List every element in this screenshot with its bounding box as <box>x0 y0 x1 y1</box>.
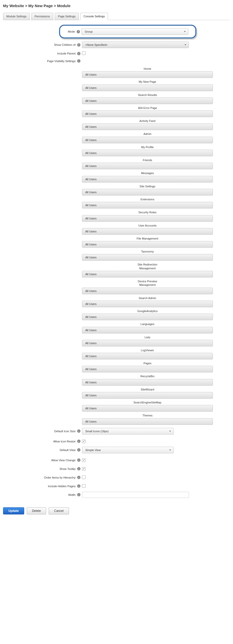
page-visibility-page-name: Security Roles <box>82 211 213 214</box>
page-visibility-dropdown[interactable]: All Users <box>82 137 213 143</box>
default-icon-size-dropdown[interactable]: Small Icons (16px) <box>82 428 174 435</box>
include-hidden-checkbox[interactable] <box>82 484 86 488</box>
update-button[interactable]: Update <box>3 507 24 514</box>
page-visibility-value: All Users <box>85 99 97 102</box>
tab-module-settings[interactable]: Module Settings <box>3 13 30 20</box>
default-view-dropdown[interactable]: Simple View <box>82 447 174 453</box>
page-visibility-dropdown[interactable]: All Users <box>82 405 213 412</box>
page-visibility-item: AdminAll Users <box>82 132 213 143</box>
page-visibility-value: All Users <box>85 86 97 89</box>
info-icon[interactable]: i <box>77 484 80 488</box>
page-visibility-value: All Users <box>85 138 97 142</box>
page-visibility-item: MessagesAll Users <box>82 171 213 182</box>
default-view-label: Default View: <box>60 449 76 452</box>
page-visibility-value: All Users <box>85 191 97 194</box>
page-visibility-value: All Users <box>85 151 97 155</box>
show-children-dropdown[interactable]: <None Specified> <box>82 41 189 48</box>
page-visibility-item: Site SettingsAll Users <box>82 185 213 195</box>
page-visibility-dropdown[interactable]: All Users <box>82 189 213 195</box>
info-icon[interactable]: i <box>77 30 80 33</box>
page-visibility-dropdown[interactable]: All Users <box>82 110 213 117</box>
page-visibility-dropdown[interactable]: All Users <box>82 314 213 320</box>
page-visibility-dropdown[interactable]: All Users <box>82 418 213 425</box>
page-visibility-item: LanguagesAll Users <box>82 322 213 333</box>
page-visibility-item: Activity FeedAll Users <box>82 119 213 130</box>
page-visibility-dropdown[interactable]: All Users <box>82 301 213 307</box>
page-visibility-item: ListsAll Users <box>82 335 213 346</box>
page-visibility-dropdown[interactable]: All Users <box>82 215 213 222</box>
info-icon[interactable]: i <box>77 458 80 462</box>
page-visibility-page-name: Search Admin <box>82 296 213 300</box>
page-visibility-dropdown[interactable]: All Users <box>82 228 213 235</box>
page-visibility-dropdown[interactable]: All Users <box>82 150 213 156</box>
page-visibility-dropdown[interactable]: All Users <box>82 163 213 169</box>
page-visibility-dropdown[interactable]: All Users <box>82 71 213 78</box>
page-visibility-value: All Users <box>85 289 97 292</box>
order-items-label: Order Items by Hierarchy: <box>44 476 76 479</box>
page-visibility-value: All Users <box>85 273 97 276</box>
info-icon[interactable]: i <box>77 448 80 452</box>
page-visibility-dropdown[interactable]: All Users <box>82 271 213 277</box>
mode-value: Group <box>85 30 93 33</box>
info-icon[interactable]: i <box>77 43 80 47</box>
page-visibility-dropdown[interactable]: All Users <box>82 123 213 130</box>
mode-dropdown[interactable]: Group <box>81 28 188 35</box>
allow-icon-resize-checkbox[interactable]: ✓ <box>82 440 86 443</box>
info-icon[interactable]: i <box>77 52 80 55</box>
page-visibility-item: Search AdminAll Users <box>82 296 213 307</box>
button-bar: Update Delete Cancel <box>3 507 230 514</box>
page-visibility-dropdown[interactable]: All Users <box>82 340 213 346</box>
chevron-down-icon <box>169 450 171 451</box>
page-visibility-item: RecycleBinAll Users <box>82 374 213 385</box>
page-visibility-dropdown[interactable]: All Users <box>82 379 213 386</box>
page-visibility-dropdown[interactable]: All Users <box>82 353 213 359</box>
include-hidden-label: Include Hidden Pages: <box>48 485 76 488</box>
page-visibility-item: User AccountsAll Users <box>82 224 213 235</box>
allow-icon-resize-label: Allow Icon Resize: <box>53 440 76 443</box>
page-visibility-dropdown[interactable]: All Users <box>82 366 213 372</box>
width-input[interactable] <box>82 492 189 498</box>
info-icon[interactable]: i <box>77 493 80 496</box>
page-visibility-dropdown[interactable]: All Users <box>82 254 213 261</box>
info-icon[interactable]: i <box>77 467 80 470</box>
page-visibility-item: Search ResultsAll Users <box>82 93 213 104</box>
page-visibility-dropdown[interactable]: All Users <box>82 176 213 183</box>
page-visibility-dropdown[interactable]: All Users <box>82 392 213 399</box>
page-visibility-value: All Users <box>85 368 97 371</box>
page-visibility-dropdown[interactable]: All Users <box>82 241 213 248</box>
page-visibility-dropdown[interactable]: All Users <box>82 85 213 91</box>
default-icon-size-label: Default Icon Size: <box>54 430 76 433</box>
include-parent-checkbox[interactable] <box>82 51 86 55</box>
tab-console-settings[interactable]: Console Settings <box>80 13 108 20</box>
allow-view-change-checkbox[interactable]: ✓ <box>82 458 86 462</box>
show-tooltip-checkbox[interactable]: ✓ <box>82 467 86 471</box>
page-visibility-page-name: Admin <box>82 132 213 136</box>
info-icon[interactable]: i <box>77 476 80 479</box>
page-visibility-page-name: RecycleBin <box>82 374 213 378</box>
info-icon[interactable]: i <box>77 429 80 433</box>
page-visibility-value: All Users <box>85 355 97 358</box>
page-visibility-dropdown[interactable]: All Users <box>82 202 213 208</box>
info-icon[interactable]: i <box>77 59 80 63</box>
page-visibility-page-name: Site RedirectionManagement <box>82 263 213 270</box>
page-visibility-label: Page Visibility Settings: <box>47 60 76 63</box>
page-visibility-page-name: 404 Error Page <box>82 106 213 110</box>
order-items-checkbox[interactable] <box>82 475 86 479</box>
page-visibility-item: FriendsAll Users <box>82 158 213 169</box>
tab-page-settings[interactable]: Page Settings <box>55 13 79 20</box>
delete-button[interactable]: Delete <box>27 507 46 514</box>
page-visibility-value: All Users <box>85 315 97 318</box>
page-visibility-page-name: GoogleAnalytics <box>82 309 213 313</box>
info-icon[interactable]: i <box>77 440 80 443</box>
page-visibility-item: 404 Error PageAll Users <box>82 106 213 117</box>
page-visibility-value: All Users <box>85 329 97 332</box>
page-visibility-dropdown[interactable]: All Users <box>82 97 213 104</box>
cancel-button[interactable]: Cancel <box>49 507 69 514</box>
show-children-value: <None Specified> <box>85 43 107 46</box>
tab-permissions[interactable]: Permissions <box>31 13 53 20</box>
page-visibility-item: My New PageAll Users <box>82 80 213 91</box>
page-visibility-item: Site RedirectionManagementAll Users <box>82 263 213 277</box>
page-visibility-dropdown[interactable]: All Users <box>82 288 213 294</box>
page-visibility-dropdown[interactable]: All Users <box>82 327 213 333</box>
page-visibility-page-name: Pages <box>82 361 213 365</box>
